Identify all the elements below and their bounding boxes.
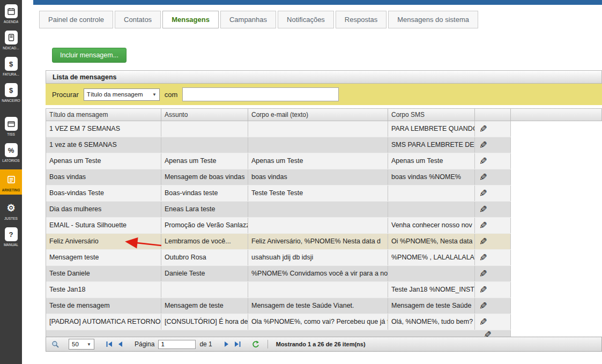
cell-assunto xyxy=(161,121,248,137)
tab-mensagens-do-sistema[interactable]: Mensagens do sistema xyxy=(388,11,478,28)
edit-pencil-icon[interactable]: ✎ xyxy=(479,140,487,150)
edit-pencil-icon[interactable]: ✎ xyxy=(479,157,487,166)
tab-mensagens[interactable]: Mensagens xyxy=(162,11,219,28)
search-input[interactable] xyxy=(182,87,339,101)
row-actions: ✎ xyxy=(475,218,511,233)
sidebar-item-relatorios[interactable]: % LATÓRIOS xyxy=(0,143,22,162)
cell-corpo_sms: Mensagem de teste Saúde xyxy=(388,298,475,314)
chevron-down-icon: ▼ xyxy=(152,92,157,97)
page-label: Página xyxy=(135,340,154,348)
search-field-value: Título da mensagem xyxy=(87,91,143,98)
column-header-corpo-email[interactable]: Corpo e-mail (texto) xyxy=(248,109,388,121)
refresh-icon[interactable] xyxy=(251,340,259,348)
table-row[interactable]: Feliz AniversárioLembramos de você...Fel… xyxy=(46,234,511,250)
table-row[interactable]: Boas-vindas TesteBoas-vindas testeTeste … xyxy=(46,185,511,202)
cell-corpo_sms: Olá, %NOME%, tudo bem? xyxy=(388,314,475,330)
sidebar-item-faturamento[interactable]: $ FATURA... xyxy=(0,57,22,76)
table-row[interactable]: 1 VEZ EM 7 SEMANASPARA LEMBRETE QUANDO✎ xyxy=(46,121,511,137)
sidebar-item-indicadores[interactable]: NDICAD... xyxy=(0,31,22,50)
edit-pencil-icon[interactable]: ✎ xyxy=(479,317,487,327)
cell-titulo: Teste Jan18 xyxy=(46,282,161,298)
edit-pencil-icon[interactable]: ✎ xyxy=(479,205,487,214)
search-field-select[interactable]: Título da mensagem ▼ xyxy=(84,88,160,101)
cell-corpo_sms: Teste Jan18 %NOME_INST9 xyxy=(388,282,475,298)
table-row[interactable]: Mensagem testeOutubro Rosausahsuah jdij … xyxy=(46,250,511,266)
row-actions: ✎ xyxy=(475,121,511,137)
message-list-panel: Lista de mensagens Procurar Título da me… xyxy=(46,70,602,352)
cell-titulo: Apenas um Teste xyxy=(46,153,161,169)
cell-corpo_email xyxy=(248,282,388,298)
finance-icon: $ xyxy=(5,83,18,97)
tab-painel-de-controle[interactable]: Painel de controle xyxy=(39,11,113,28)
next-page-icon[interactable] xyxy=(224,341,230,347)
column-header-corpo-sms[interactable]: Corpo SMS xyxy=(388,109,475,121)
last-page-icon[interactable] xyxy=(234,341,241,347)
table-row[interactable]: Teste DanieleDaniele Teste%PNOME% Convid… xyxy=(46,266,511,282)
sidebar-item-label: AGENDA xyxy=(4,20,18,24)
row-actions: ✎ xyxy=(475,266,511,281)
cell-corpo_sms xyxy=(388,185,475,201)
sidebar-item-ajustes[interactable]: ⚙ JUSTES xyxy=(0,201,22,220)
cell-assunto: Mensagem de boas vindas xyxy=(161,169,248,185)
table-row[interactable]: EMAIL - Sutura SilhouettePromoção de Ver… xyxy=(46,218,511,234)
percent-icon: % xyxy=(5,143,18,157)
previous-page-icon[interactable] xyxy=(117,341,123,347)
add-message-button[interactable]: Incluir mensagem... xyxy=(52,48,127,63)
sidebar-item-agenda[interactable]: AGENDA xyxy=(0,4,22,24)
tab-contatos[interactable]: Contatos xyxy=(115,11,161,28)
edit-pencil-icon[interactable]: ✎ xyxy=(479,189,487,198)
cell-titulo: Mensagem teste xyxy=(46,250,161,265)
tab-respostas[interactable]: Respostas xyxy=(336,11,387,28)
edit-pencil-icon[interactable]: ✎ xyxy=(479,237,487,247)
edit-pencil-icon[interactable]: ✎ xyxy=(479,221,487,231)
edit-pencil-icon[interactable]: ✎ xyxy=(479,124,487,134)
edit-pencil-icon[interactable]: ✎ xyxy=(479,269,487,279)
table-row[interactable]: [PADRAO] AUTOMATICA RETORNO[CONSULTÓRIO]… xyxy=(46,314,511,330)
cell-corpo_email: Feliz Aniversário, %PNOME% Nesta data d xyxy=(248,234,388,249)
card-icon xyxy=(5,117,18,131)
cell-titulo: [PADRAO] AUTOMATICA RETORNO xyxy=(46,314,161,330)
cell-corpo_email: usahsuah jdij db idsji xyxy=(248,250,388,265)
cell-assunto: Mensagem de teste xyxy=(161,298,248,314)
table-row[interactable]: Apenas um TesteApenas um TesteApenas um … xyxy=(46,153,511,169)
cell-assunto xyxy=(161,137,248,153)
page-size-select[interactable]: 50 ▼ xyxy=(69,339,94,350)
table-row[interactable]: Teste Jan18Teste Jan18 %NOME_INST9✎ xyxy=(46,282,511,298)
pagination-status: Mostrando 1 a 26 de 26 item(ns) xyxy=(276,341,366,347)
column-header-assunto[interactable]: Assunto xyxy=(161,109,248,121)
edit-pencil-icon[interactable]: ✎ xyxy=(479,285,487,295)
sidebar-item-label: JUSTES xyxy=(4,217,18,220)
sidebar-item-label: NANCEIRO xyxy=(2,99,20,102)
edit-pencil-icon[interactable]: ✎ xyxy=(479,301,487,311)
panel-title: Lista de mensagens xyxy=(46,70,602,84)
table-header: Título da mensagem Assunto Corpo e-mail … xyxy=(46,108,602,121)
cell-titulo: Dia das mulheres xyxy=(46,202,161,217)
edit-pencil-icon[interactable]: ✎ xyxy=(479,173,487,182)
page-number-input[interactable] xyxy=(158,340,196,349)
tab-campanhas[interactable]: Campanhas xyxy=(220,11,276,28)
tab-notificacoes[interactable]: Notificações xyxy=(278,11,334,28)
column-header-titulo[interactable]: Título da mensagem xyxy=(46,109,161,121)
search-label: Procurar xyxy=(52,91,79,99)
cell-titulo: Boas vindas xyxy=(46,169,161,185)
cell-titulo: 1 VEZ EM 7 SEMANAS xyxy=(46,121,161,137)
cell-corpo_email: Apenas um Teste xyxy=(248,153,388,169)
cell-corpo_email: boas vindas xyxy=(248,169,388,185)
first-page-icon[interactable] xyxy=(106,341,113,347)
sidebar-item-tiss[interactable]: TISS xyxy=(0,117,22,136)
cell-assunto: Daniele Teste xyxy=(161,266,248,281)
sidebar-item-manual[interactable]: ? MANUAL xyxy=(0,227,22,247)
cell-corpo_email xyxy=(248,137,388,153)
magnifier-icon[interactable] xyxy=(51,340,60,348)
edit-pencil-icon: ✎ xyxy=(484,330,492,337)
table-body: 1 VEZ EM 7 SEMANASPARA LEMBRETE QUANDO✎1… xyxy=(46,121,511,330)
table-row[interactable]: 1 vez ate 6 SEMANASSMS PARA LEMBRETE DE … xyxy=(46,137,511,153)
sidebar-item-marketing[interactable]: ARKETING xyxy=(0,169,22,195)
edit-pencil-icon[interactable]: ✎ xyxy=(479,253,487,263)
row-actions: ✎ xyxy=(475,282,511,298)
table-row[interactable]: Teste de mensagemMensagem de testeMensag… xyxy=(46,298,511,314)
table-row[interactable]: Boas vindasMensagem de boas vindasboas v… xyxy=(46,169,511,185)
cell-assunto: Outubro Rosa xyxy=(161,250,248,265)
sidebar-item-financeiro[interactable]: $ NANCEIRO xyxy=(0,83,22,102)
table-row[interactable]: Dia das mulheresEneas Lara teste✎ xyxy=(46,202,511,218)
